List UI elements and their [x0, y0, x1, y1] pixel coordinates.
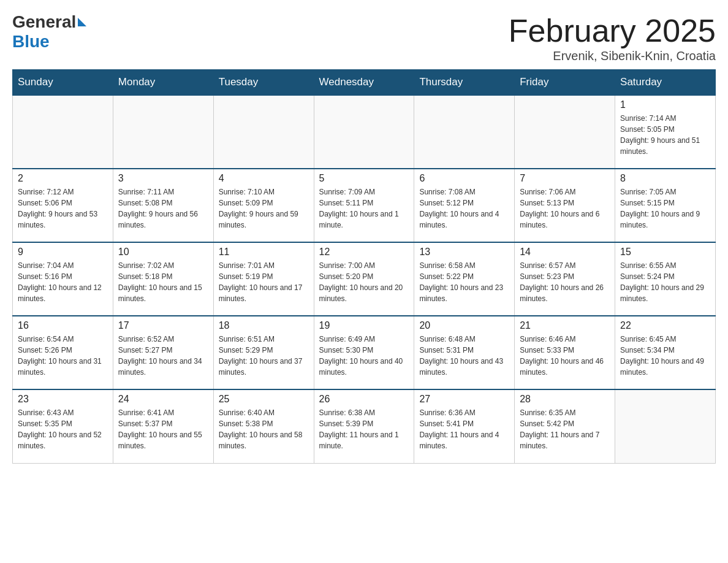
day-number: 12 — [319, 247, 409, 258]
day-info: Sunrise: 6:55 AM Sunset: 5:24 PM Dayligh… — [620, 260, 710, 304]
header-thursday: Thursday — [414, 70, 515, 96]
day-number: 5 — [319, 173, 409, 184]
day-info: Sunrise: 6:58 AM Sunset: 5:22 PM Dayligh… — [419, 260, 509, 304]
day-number: 3 — [118, 173, 208, 184]
day-info: Sunrise: 7:09 AM Sunset: 5:11 PM Dayligh… — [319, 186, 409, 231]
calendar-cell — [515, 95, 615, 169]
day-number: 17 — [118, 320, 208, 331]
calendar-cell: 17Sunrise: 6:52 AM Sunset: 5:27 PM Dayli… — [113, 316, 213, 389]
logo: General Blue — [12, 12, 86, 52]
calendar-cell: 13Sunrise: 6:58 AM Sunset: 5:22 PM Dayli… — [414, 242, 515, 316]
calendar-cell: 23Sunrise: 6:43 AM Sunset: 5:35 PM Dayli… — [13, 389, 113, 463]
day-number: 28 — [520, 394, 610, 405]
day-number: 1 — [620, 99, 710, 110]
calendar-cell: 26Sunrise: 6:38 AM Sunset: 5:39 PM Dayli… — [314, 389, 414, 463]
day-info: Sunrise: 6:43 AM Sunset: 5:35 PM Dayligh… — [18, 407, 108, 451]
calendar-cell — [414, 95, 515, 169]
day-number: 13 — [419, 247, 509, 258]
day-info: Sunrise: 7:08 AM Sunset: 5:12 PM Dayligh… — [419, 186, 509, 231]
day-info: Sunrise: 6:49 AM Sunset: 5:30 PM Dayligh… — [319, 334, 409, 378]
day-info: Sunrise: 6:52 AM Sunset: 5:27 PM Dayligh… — [118, 334, 208, 378]
day-number: 20 — [419, 320, 509, 331]
logo-blue-text: Blue — [12, 32, 50, 52]
calendar-cell — [615, 389, 716, 463]
day-number: 21 — [520, 320, 610, 331]
day-number: 8 — [620, 173, 710, 184]
calendar-cell — [213, 95, 314, 169]
page-header: General Blue February 2025 Ervenik, Sibe… — [12, 12, 716, 63]
day-info: Sunrise: 7:02 AM Sunset: 5:18 PM Dayligh… — [118, 260, 208, 304]
day-number: 6 — [419, 173, 509, 184]
day-info: Sunrise: 6:40 AM Sunset: 5:38 PM Dayligh… — [219, 407, 309, 451]
calendar-week-row: 2Sunrise: 7:12 AM Sunset: 5:06 PM Daylig… — [13, 169, 716, 242]
day-info: Sunrise: 7:10 AM Sunset: 5:09 PM Dayligh… — [219, 186, 309, 231]
header-wednesday: Wednesday — [314, 70, 414, 96]
calendar-cell: 21Sunrise: 6:46 AM Sunset: 5:33 PM Dayli… — [515, 316, 615, 389]
day-number: 2 — [18, 173, 108, 184]
day-info: Sunrise: 7:01 AM Sunset: 5:19 PM Dayligh… — [219, 260, 309, 304]
calendar-cell: 19Sunrise: 6:49 AM Sunset: 5:30 PM Dayli… — [314, 316, 414, 389]
day-number: 15 — [620, 247, 710, 258]
day-info: Sunrise: 6:36 AM Sunset: 5:41 PM Dayligh… — [419, 407, 509, 451]
day-number: 22 — [620, 320, 710, 331]
calendar-cell — [13, 95, 113, 169]
day-info: Sunrise: 7:12 AM Sunset: 5:06 PM Dayligh… — [18, 186, 108, 231]
day-info: Sunrise: 6:54 AM Sunset: 5:26 PM Dayligh… — [18, 334, 108, 378]
day-number: 10 — [118, 247, 208, 258]
calendar-cell: 27Sunrise: 6:36 AM Sunset: 5:41 PM Dayli… — [414, 389, 515, 463]
calendar-cell: 12Sunrise: 7:00 AM Sunset: 5:20 PM Dayli… — [314, 242, 414, 316]
day-number: 14 — [520, 247, 610, 258]
calendar-cell: 4Sunrise: 7:10 AM Sunset: 5:09 PM Daylig… — [213, 169, 314, 242]
calendar-cell: 9Sunrise: 7:04 AM Sunset: 5:16 PM Daylig… — [13, 242, 113, 316]
calendar-week-row: 1Sunrise: 7:14 AM Sunset: 5:05 PM Daylig… — [13, 95, 716, 169]
day-number: 19 — [319, 320, 409, 331]
logo-general-text: General — [12, 12, 86, 32]
day-info: Sunrise: 7:14 AM Sunset: 5:05 PM Dayligh… — [620, 113, 710, 157]
day-number: 25 — [219, 394, 309, 405]
header-friday: Friday — [515, 70, 615, 96]
day-info: Sunrise: 7:05 AM Sunset: 5:15 PM Dayligh… — [620, 186, 710, 231]
calendar-cell: 14Sunrise: 6:57 AM Sunset: 5:23 PM Dayli… — [515, 242, 615, 316]
day-info: Sunrise: 7:04 AM Sunset: 5:16 PM Dayligh… — [18, 260, 108, 304]
calendar-table: Sunday Monday Tuesday Wednesday Thursday… — [12, 69, 716, 464]
calendar-cell: 24Sunrise: 6:41 AM Sunset: 5:37 PM Dayli… — [113, 389, 213, 463]
calendar-header-row: Sunday Monday Tuesday Wednesday Thursday… — [13, 70, 716, 96]
calendar-week-row: 16Sunrise: 6:54 AM Sunset: 5:26 PM Dayli… — [13, 316, 716, 389]
day-info: Sunrise: 7:06 AM Sunset: 5:13 PM Dayligh… — [520, 186, 610, 231]
day-info: Sunrise: 6:45 AM Sunset: 5:34 PM Dayligh… — [620, 334, 710, 378]
day-info: Sunrise: 6:41 AM Sunset: 5:37 PM Dayligh… — [118, 407, 208, 451]
day-number: 7 — [520, 173, 610, 184]
day-info: Sunrise: 6:46 AM Sunset: 5:33 PM Dayligh… — [520, 334, 610, 378]
calendar-cell — [113, 95, 213, 169]
calendar-cell: 22Sunrise: 6:45 AM Sunset: 5:34 PM Dayli… — [615, 316, 716, 389]
calendar-cell: 3Sunrise: 7:11 AM Sunset: 5:08 PM Daylig… — [113, 169, 213, 242]
calendar-cell: 2Sunrise: 7:12 AM Sunset: 5:06 PM Daylig… — [13, 169, 113, 242]
day-info: Sunrise: 6:38 AM Sunset: 5:39 PM Dayligh… — [319, 407, 409, 451]
day-info: Sunrise: 6:35 AM Sunset: 5:42 PM Dayligh… — [520, 407, 610, 451]
calendar-cell: 10Sunrise: 7:02 AM Sunset: 5:18 PM Dayli… — [113, 242, 213, 316]
calendar-cell: 18Sunrise: 6:51 AM Sunset: 5:29 PM Dayli… — [213, 316, 314, 389]
title-area: February 2025 Ervenik, Sibenik-Knin, Cro… — [509, 12, 716, 63]
calendar-week-row: 9Sunrise: 7:04 AM Sunset: 5:16 PM Daylig… — [13, 242, 716, 316]
day-info: Sunrise: 6:48 AM Sunset: 5:31 PM Dayligh… — [419, 334, 509, 378]
calendar-cell — [314, 95, 414, 169]
day-info: Sunrise: 6:51 AM Sunset: 5:29 PM Dayligh… — [219, 334, 309, 378]
calendar-cell: 28Sunrise: 6:35 AM Sunset: 5:42 PM Dayli… — [515, 389, 615, 463]
header-sunday: Sunday — [13, 70, 113, 96]
calendar-cell: 1Sunrise: 7:14 AM Sunset: 5:05 PM Daylig… — [615, 95, 716, 169]
day-info: Sunrise: 7:00 AM Sunset: 5:20 PM Dayligh… — [319, 260, 409, 304]
day-info: Sunrise: 6:57 AM Sunset: 5:23 PM Dayligh… — [520, 260, 610, 304]
day-number: 18 — [219, 320, 309, 331]
day-info: Sunrise: 7:11 AM Sunset: 5:08 PM Dayligh… — [118, 186, 208, 231]
calendar-cell: 6Sunrise: 7:08 AM Sunset: 5:12 PM Daylig… — [414, 169, 515, 242]
calendar-cell: 16Sunrise: 6:54 AM Sunset: 5:26 PM Dayli… — [13, 316, 113, 389]
day-number: 26 — [319, 394, 409, 405]
calendar-cell: 8Sunrise: 7:05 AM Sunset: 5:15 PM Daylig… — [615, 169, 716, 242]
logo-general-label: General — [12, 12, 76, 32]
day-number: 16 — [18, 320, 108, 331]
day-number: 9 — [18, 247, 108, 258]
header-saturday: Saturday — [615, 70, 716, 96]
header-monday: Monday — [113, 70, 213, 96]
location: Ervenik, Sibenik-Knin, Croatia — [509, 49, 716, 63]
calendar-cell: 11Sunrise: 7:01 AM Sunset: 5:19 PM Dayli… — [213, 242, 314, 316]
